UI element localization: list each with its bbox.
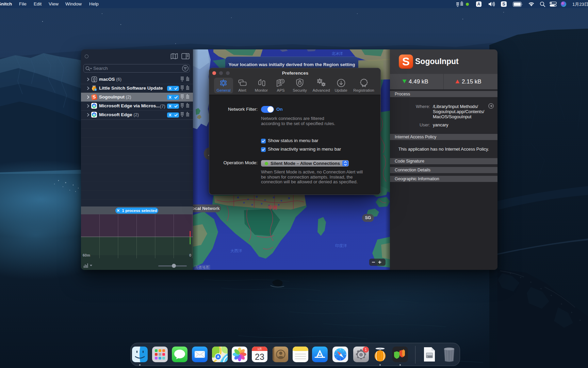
svg-text:非洲: 非洲 [268, 205, 277, 210]
svg-text:1月: 1月 [257, 347, 262, 351]
svg-text:印度洋: 印度洋 [335, 244, 347, 248]
svg-text:60m: 60m [83, 253, 90, 257]
svg-text:北冰洋: 北冰洋 [331, 51, 343, 56]
svg-text:大西洋: 大西洋 [230, 249, 242, 253]
svg-text:1: 1 [365, 348, 367, 352]
svg-text:0: 0 [189, 253, 191, 257]
svg-text:23: 23 [255, 352, 264, 362]
